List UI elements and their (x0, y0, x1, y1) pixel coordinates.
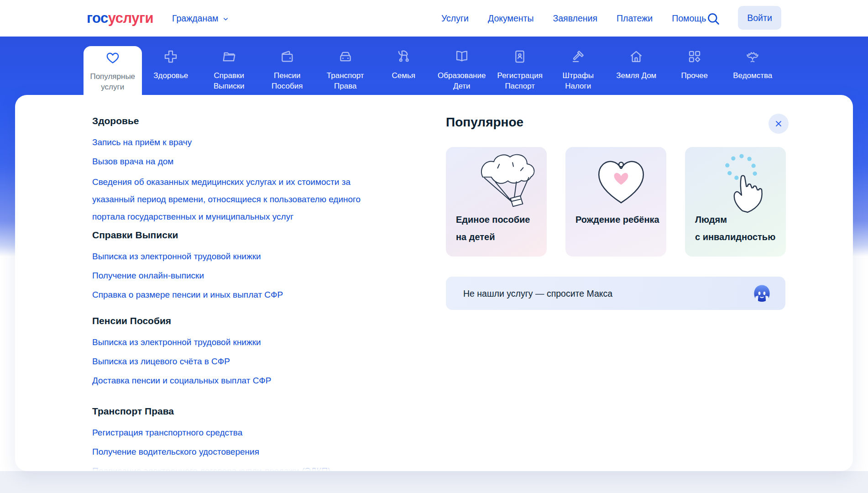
card-label: Единое пособие на детей (456, 211, 530, 246)
category-tab-bar: Популярные услуги Здоровье Справки Выпис… (84, 37, 782, 95)
logo-part-blue: гос (87, 10, 108, 26)
tab-family[interactable]: Семья (375, 37, 433, 95)
eagle-icon (745, 49, 760, 64)
heart-icon (105, 50, 120, 65)
tab-label: Регистрация Паспорт (491, 70, 549, 91)
card-people-with-disabilities[interactable]: Людям с инвалидностью (685, 147, 786, 257)
menu-section-health: Здоровье Запись на приём к врачу Вызов в… (92, 115, 384, 226)
audience-label: Гражданам (172, 13, 218, 24)
card-label: Людям с инвалидностью (695, 211, 775, 246)
section-title: Транспорт Права (92, 405, 384, 417)
tab-fines-taxes[interactable]: Штрафы Налоги (549, 37, 607, 95)
gavel-icon (570, 49, 586, 64)
parachute-box-illustration (473, 151, 541, 215)
chevron-down-icon (222, 16, 229, 22)
bottom-fade (29, 462, 362, 471)
tab-pensions[interactable]: Пенсии Пособия (258, 37, 317, 95)
header-nav: Услуги Документы Заявления Платежи Помощ… (441, 0, 706, 37)
close-button[interactable] (769, 114, 789, 134)
nav-link-payments[interactable]: Платежи (617, 13, 653, 24)
tab-land-house[interactable]: Земля Дом (607, 37, 666, 95)
menu-link[interactable]: Выписка из лицевого счёта в СФР (92, 356, 384, 367)
popular-services-panel: Здоровье Запись на приём к врачу Вызов в… (15, 95, 853, 471)
tab-label: Ведомства (724, 70, 782, 81)
tab-health[interactable]: Здоровье (142, 37, 200, 95)
menu-link[interactable]: Получение водительского удостоверения (92, 446, 384, 457)
tab-label: Семья (375, 70, 433, 81)
open-book-icon (454, 49, 470, 64)
max-robot-avatar-icon[interactable] (751, 283, 773, 304)
popular-title: Популярное (446, 115, 523, 130)
page-background-strip (0, 471, 868, 493)
tab-registration-passport[interactable]: Регистрация Паспорт (491, 37, 549, 95)
tab-label: Прочее (665, 70, 724, 81)
tab-certificates[interactable]: Справки Выписки (200, 37, 258, 95)
car-icon (338, 49, 353, 64)
medical-cross-icon (163, 49, 178, 64)
menu-link[interactable]: Запись на приём к врачу (92, 137, 384, 148)
menu-section-certificates: Справки Выписки Выписка из электронной т… (92, 229, 384, 300)
nav-link-applications[interactable]: Заявления (553, 13, 598, 24)
stroller-icon (396, 49, 411, 64)
wallet-icon (279, 49, 295, 64)
tab-label: Образование Дети (433, 70, 491, 91)
tab-transport[interactable]: Транспорт Права (316, 37, 375, 95)
menu-section-transport: Транспорт Права Регистрация транспортног… (92, 405, 384, 471)
tab-label: Здоровье (142, 70, 200, 81)
nav-link-documents[interactable]: Документы (488, 13, 534, 24)
tab-popular-services[interactable]: Популярные услуги (84, 46, 142, 111)
top-header: госуслуги Гражданам Услуги Документы Зая… (0, 0, 868, 37)
nav-link-help[interactable]: Помощь (672, 13, 706, 24)
house-icon (628, 49, 644, 64)
tab-label: Штрафы Налоги (549, 70, 607, 91)
nav-link-services[interactable]: Услуги (441, 13, 469, 24)
tab-other[interactable]: Прочее (665, 37, 724, 95)
section-title: Пенсии Пособия (92, 315, 384, 327)
search-icon[interactable] (706, 11, 721, 26)
section-title: Здоровье (92, 115, 384, 127)
tab-label: Справки Выписки (200, 70, 258, 91)
tab-education[interactable]: Образование Дети (433, 37, 491, 95)
logo-part-red: услуги (108, 10, 153, 26)
card-child-birth[interactable]: Рождение ребёнка (565, 147, 666, 257)
assistant-banner-text: Не нашли услугу — спросите Макса (463, 288, 612, 299)
card-child-benefit[interactable]: Единое пособие на детей (446, 147, 547, 257)
tab-label: Популярные услуги (84, 71, 142, 92)
tab-label: Транспорт Права (316, 70, 375, 91)
menu-link[interactable]: Сведения об оказанных медицинских услуга… (92, 173, 380, 226)
popular-cards: Единое пособие на детей Рождение ребёнка (446, 147, 786, 257)
section-title: Справки Выписки (92, 229, 384, 241)
folder-icon (221, 49, 237, 64)
heart-outline-illustration (591, 154, 651, 210)
assistant-banner[interactable]: Не нашли услугу — спросите Макса (446, 277, 785, 310)
card-label: Рождение ребёнка (575, 211, 659, 228)
audience-selector[interactable]: Гражданам (172, 0, 229, 37)
login-button[interactable]: Войти (738, 6, 781, 30)
menu-link[interactable]: Получение онлайн-выписки (92, 270, 384, 281)
gosuslugi-logo[interactable]: госуслуги (87, 0, 153, 37)
menu-link[interactable]: Выписка из электронной трудовой книжки (92, 251, 384, 262)
grid-shapes-icon (687, 49, 702, 64)
menu-link[interactable]: Справка о размере пенсии и иных выплат С… (92, 289, 384, 300)
id-card-icon (512, 49, 528, 64)
close-icon (774, 119, 783, 128)
menu-section-pensions: Пенсии Пособия Выписка из электронной тр… (92, 315, 384, 386)
menu-link[interactable]: Выписка из электронной трудовой книжки (92, 337, 384, 348)
menu-link[interactable]: Доставка пенсии и социальных выплат СФР (92, 375, 384, 386)
tab-label: Пенсии Пособия (258, 70, 317, 91)
tab-label: Земля Дом (607, 70, 666, 81)
menu-link[interactable]: Регистрация транспортного средства (92, 427, 384, 438)
hand-braille-dots-illustration (714, 152, 776, 215)
gosuslugi-portal: госуслуги Гражданам Услуги Документы Зая… (0, 0, 868, 493)
tab-agencies[interactable]: Ведомства (724, 37, 782, 95)
menu-link[interactable]: Вызов врача на дом (92, 156, 384, 167)
